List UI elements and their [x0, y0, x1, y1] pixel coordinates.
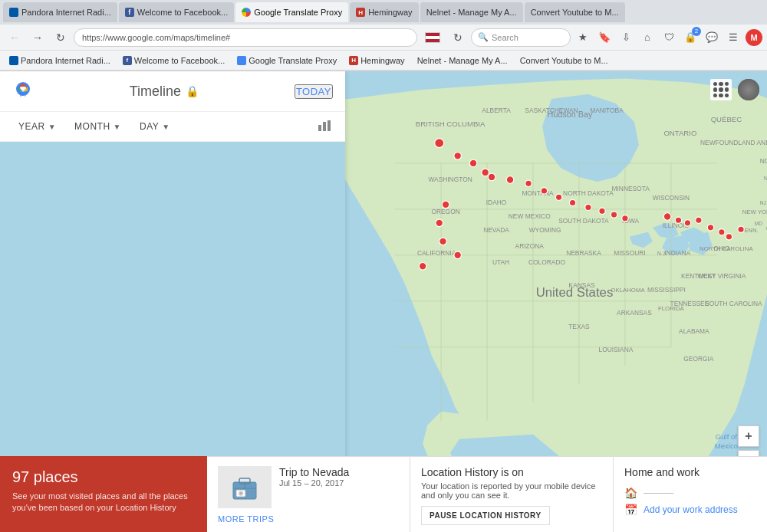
us-flag-icon — [425, 32, 440, 43]
tab-nelnet[interactable]: Nelnet - Manage My A... — [420, 2, 523, 22]
svg-text:COLORADO: COLORADO — [528, 258, 565, 266]
bookmark-hemingway[interactable]: H Hemingway — [346, 54, 407, 67]
card-97places: 97 places See your most visited places a… — [0, 456, 207, 532]
zoom-in-button[interactable]: + — [738, 425, 759, 447]
location-dot — [482, 169, 489, 176]
tab-pandora[interactable]: Pandora Internet Radi... — [3, 2, 117, 22]
bookmark-icon[interactable]: 🔖 — [595, 28, 614, 47]
svg-rect-4 — [323, 122, 326, 131]
tab-google-translate[interactable]: Google Translate Proxy — [235, 2, 348, 22]
bookmark-facebook[interactable]: f Welcome to Facebook... — [120, 54, 228, 67]
menu-icon[interactable]: ☰ — [724, 28, 742, 47]
trip-details: Trip to Nevada Jul 15 – 20, 2017 — [279, 466, 349, 508]
svg-text:NEW YORK: NEW YORK — [742, 209, 767, 215]
timeline-logo — [12, 80, 34, 102]
location-dot — [684, 220, 690, 226]
refresh-button[interactable]: ↻ — [51, 28, 71, 48]
location-dot — [696, 217, 702, 223]
location-dot — [719, 229, 725, 235]
places-count: 97 places — [12, 468, 195, 486]
home-item[interactable]: 🏠 ───── — [624, 484, 756, 501]
google-favicon — [242, 8, 251, 17]
svg-text:United States: United States — [536, 285, 614, 300]
location-dot — [454, 251, 462, 259]
tab-facebook[interactable]: f Welcome to Facebook... — [119, 2, 234, 22]
search-bar[interactable]: 🔍 Search — [471, 28, 571, 47]
work-item[interactable]: 📅 Add your work address — [624, 501, 756, 518]
forward-button[interactable]: → — [28, 28, 48, 48]
profile-icon[interactable]: M — [746, 29, 762, 46]
home-nav-icon[interactable]: ⌂ — [638, 28, 657, 47]
bookmark-pandora-label: Pandora Internet Radi... — [21, 56, 110, 65]
bookmark-translate[interactable]: Google Translate Proxy — [234, 54, 340, 67]
svg-text:NEVADA: NEVADA — [483, 226, 509, 234]
year-selector[interactable]: YEAR ▼ — [12, 118, 62, 135]
svg-text:BRITISH COLUMBIA: BRITISH COLUMBIA — [416, 120, 486, 128]
svg-text:ARKANSAS: ARKANSAS — [617, 309, 652, 317]
location-header: Location History is on Your location is … — [421, 466, 602, 500]
svg-rect-5 — [328, 120, 331, 131]
apps-icon[interactable] — [710, 79, 732, 100]
chart-icon[interactable] — [318, 119, 333, 134]
translate-bm-favicon — [237, 56, 246, 65]
bookmark-nelnet[interactable]: Nelnet - Manage My A... — [414, 54, 511, 67]
svg-text:Gulf of: Gulf of — [716, 432, 738, 441]
location-dot — [419, 262, 426, 270]
notification-badge: 2 — [692, 27, 701, 36]
address-bar[interactable]: https://www.google.com/maps/timeline# — [74, 28, 417, 47]
svg-text:MANITOBA: MANITOBA — [590, 107, 624, 114]
svg-text:SOUTH DAKOTA: SOUTH DAKOTA — [558, 217, 609, 225]
location-dot — [585, 204, 591, 210]
svg-text:NEBRASKA: NEBRASKA — [566, 249, 601, 257]
lock-icon: 🔒 — [186, 85, 199, 97]
bookmark-facebook-label: Welcome to Facebook... — [134, 56, 225, 65]
more-trips-button[interactable]: MORE TRIPS — [218, 514, 399, 524]
trip-title: Trip to Nevada — [279, 466, 349, 478]
star-icon[interactable]: ★ — [574, 28, 592, 47]
svg-text:ALBERTA: ALBERTA — [482, 107, 511, 114]
shield-icon[interactable]: 🛡 — [660, 28, 678, 47]
grid-dot — [719, 82, 723, 86]
location-dot — [439, 238, 447, 245]
pandora-favicon — [9, 8, 18, 17]
bookmark-pandora[interactable]: Pandora Internet Radi... — [6, 54, 114, 67]
location-dot — [611, 212, 617, 218]
card-trip-content: Trip to Nevada Jul 15 – 20, 2017 — [218, 466, 399, 508]
download-icon[interactable]: ⇩ — [617, 28, 635, 47]
svg-text:NEW MEXICO: NEW MEXICO — [509, 212, 551, 220]
timeline-map-area — [0, 142, 345, 473]
svg-text:UTAH: UTAH — [492, 258, 509, 266]
svg-text:OKLAHOMA: OKLAHOMA — [611, 287, 645, 294]
reload-button[interactable]: ↻ — [448, 28, 468, 48]
home-address-value: ───── — [644, 488, 673, 498]
svg-text:GEORGIA: GEORGIA — [683, 355, 714, 363]
svg-text:LOUISIANA: LOUISIANA — [599, 346, 634, 353]
back-button[interactable]: ← — [5, 28, 25, 48]
day-arrow-icon: ▼ — [162, 123, 170, 131]
svg-text:MONTANA: MONTANA — [522, 189, 554, 197]
location-dot — [541, 188, 547, 194]
tab-hemingway[interactable]: H Hemingway — [350, 2, 418, 22]
card-location-history: Location History is on Your location is … — [410, 456, 614, 532]
facebook-favicon: f — [125, 8, 134, 17]
month-selector[interactable]: MONTH ▼ — [68, 118, 127, 135]
today-button[interactable]: TODAY — [295, 84, 333, 99]
svg-text:IDAHO: IDAHO — [486, 199, 507, 206]
svg-text:WASHINGTON: WASHINGTON — [428, 176, 472, 183]
svg-text:NORTH DAKOTA: NORTH DAKOTA — [563, 189, 614, 197]
location-title: Location History is on — [421, 466, 602, 478]
grid-dot — [713, 94, 717, 97]
hemingway-bm-favicon: H — [349, 56, 358, 65]
tab-youtube[interactable]: Convert Youtube to M... — [525, 2, 625, 22]
bookmark-translate-label: Google Translate Proxy — [249, 56, 337, 65]
trip-image-area — [218, 466, 272, 508]
grid-dot — [725, 87, 729, 91]
day-label: DAY — [140, 121, 159, 132]
month-label: MONTH — [74, 121, 110, 132]
bookmark-youtube[interactable]: Convert Youtube to M... — [517, 54, 611, 67]
chat-icon[interactable]: 💬 — [703, 28, 721, 47]
user-avatar[interactable] — [738, 79, 759, 100]
svg-text:ALABAMA: ALABAMA — [679, 327, 709, 335]
day-selector[interactable]: DAY ▼ — [133, 118, 176, 135]
pause-location-button[interactable]: PAUSE LOCATION HISTORY — [421, 506, 550, 525]
